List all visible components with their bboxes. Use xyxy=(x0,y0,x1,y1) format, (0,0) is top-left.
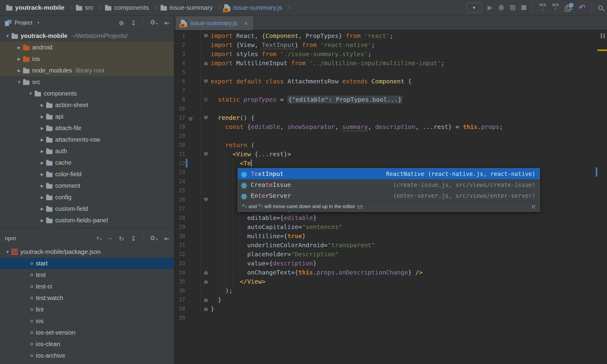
chevron-down-icon[interactable]: ▼ xyxy=(4,34,12,38)
tree-item-auth[interactable]: ▶auth xyxy=(0,145,174,157)
settings-gear-icon[interactable]: ⚙▾ xyxy=(150,235,158,242)
fold-closed-icon[interactable]: + xyxy=(204,98,208,102)
code-line-37[interactable]: 37 } xyxy=(175,295,607,304)
breadcrumb-item-issue-summary[interactable]: issue-summary xyxy=(161,4,213,11)
tree-item-color-field[interactable]: ▶color-field xyxy=(0,168,174,180)
override-method-icon[interactable]: ↑ xyxy=(189,115,194,120)
fold-open-icon[interactable] xyxy=(204,34,208,38)
chevron-down-icon[interactable]: ▼ xyxy=(27,91,35,96)
npm-root-item[interactable]: ▼youtrack-mobile/package.json xyxy=(0,246,174,258)
npm-panel-title[interactable]: npm xyxy=(5,235,16,242)
tree-item-youtrack-mobile[interactable]: ▼youtrack-mobile~/WebstormProjects/ xyxy=(0,30,174,42)
npm-script-lint[interactable]: lint xyxy=(0,304,174,315)
completion-item-EnterServer[interactable]: EnterServer(enter-server.js, src/views/e… xyxy=(238,190,540,201)
recent-changes-icon[interactable] xyxy=(565,4,572,12)
fold-end-icon[interactable] xyxy=(204,280,208,284)
project-panel-title[interactable]: Project xyxy=(15,19,32,26)
code-line-35[interactable]: 35 </View> xyxy=(175,277,607,286)
code-line-36[interactable]: 36 ); xyxy=(175,286,607,295)
fold-end-icon[interactable] xyxy=(204,271,208,275)
chevron-right-icon[interactable]: ▶ xyxy=(15,57,23,61)
tree-item-api[interactable]: ▶api xyxy=(0,111,174,122)
chevron-right-icon[interactable]: ▶ xyxy=(15,68,23,73)
tree-item-attach-file[interactable]: ▶attach-file xyxy=(0,122,174,134)
hide-panel-icon[interactable]: ⇤ xyxy=(164,20,170,26)
code-line-32[interactable]: 32 placeholder="Description" xyxy=(175,250,607,259)
tree-item-android[interactable]: ▶android xyxy=(0,42,174,53)
code-line-31[interactable]: 31 underlineColorAndroid="transparent" xyxy=(175,241,607,250)
code-line-30[interactable]: 30 multiline={true} xyxy=(175,231,607,241)
tree-item-custom-field[interactable]: ▶custom-field xyxy=(0,203,174,214)
chevron-down-icon[interactable]: ▼ xyxy=(4,250,12,254)
chevron-right-icon[interactable]: ▶ xyxy=(15,45,23,50)
tree-item-custom-fields-panel[interactable]: ▶custom-fields-panel xyxy=(0,214,174,226)
completion-item-CreateIssue[interactable]: CreateIssue(create-issue.js, src/views/c… xyxy=(238,179,540,190)
fold-open-icon[interactable] xyxy=(204,116,208,120)
code-line-33[interactable]: 33 value={description} xyxy=(175,259,607,268)
code-line-1[interactable]: 1import React, {Component, PropTypes} fr… xyxy=(175,31,607,40)
coverage-icon[interactable] xyxy=(510,5,515,10)
chevron-right-icon[interactable]: ▶ xyxy=(38,195,46,200)
vcs-commit-icon[interactable]: VCS ↑ xyxy=(552,3,559,12)
tree-item-ios[interactable]: ▶ios xyxy=(0,53,174,65)
chevron-right-icon[interactable]: ▶ xyxy=(38,207,46,211)
chevron-right-icon[interactable]: ▶ xyxy=(38,149,46,153)
breadcrumb-item-issue-summary.js[interactable]: JSissue-summary.js xyxy=(224,4,282,11)
chevron-down-icon[interactable]: ▾ xyxy=(37,21,39,25)
chevron-right-icon[interactable]: ▶ xyxy=(38,218,46,223)
run-icon[interactable]: ▶ xyxy=(487,4,493,11)
code-line-7[interactable]: 7 xyxy=(175,86,607,95)
editor-tab-issue-summary[interactable]: JS issue-summary.js × xyxy=(176,16,253,30)
npm-script-test-ci[interactable]: test-ci xyxy=(0,281,174,292)
tree-item-attachments-row[interactable]: ▶attachments-row xyxy=(0,134,174,145)
npm-script-ios-archive[interactable]: ios-archive xyxy=(0,350,174,361)
code-line-2[interactable]: 2import {View, TextInput} from 'react-na… xyxy=(175,40,607,49)
code-line-16[interactable]: 16 xyxy=(175,104,607,113)
code-line-3[interactable]: 3import styles from './issue-summary.sty… xyxy=(175,49,607,59)
completion-item-TextInput[interactable]: TextInputReactNative (react-native.js, r… xyxy=(238,168,540,179)
code-editor[interactable]: 1import React, {Component, PropTypes} fr… xyxy=(175,30,607,364)
chevron-right-icon[interactable]: ▶ xyxy=(38,160,46,165)
chevron-right-icon[interactable]: ▶ xyxy=(38,137,46,142)
code-line-5[interactable]: 5 xyxy=(175,68,607,77)
locate-icon[interactable]: ⊕ xyxy=(119,20,124,26)
tree-item-src[interactable]: ▼src xyxy=(0,76,174,88)
search-icon[interactable] xyxy=(598,5,603,10)
breadcrumb-item-src[interactable]: src xyxy=(76,4,93,11)
collapse-all-icon[interactable]: ↧ xyxy=(131,235,136,242)
tree-item-node_modules[interactable]: ▶node_moduleslibrary root xyxy=(0,65,174,76)
chevron-right-icon[interactable]: ▶ xyxy=(38,126,46,130)
run-config-dropdown[interactable]: ▼ xyxy=(467,3,481,12)
code-line-20[interactable]: 20 return ( xyxy=(175,140,607,150)
breadcrumb-item-components[interactable]: components xyxy=(105,4,149,11)
panel-splitter[interactable]: ····· xyxy=(0,228,174,231)
npm-script-start[interactable]: start xyxy=(0,258,174,269)
tree-item-action-sheet[interactable]: ▶action-sheet xyxy=(0,99,174,111)
fold-open-icon[interactable] xyxy=(204,79,208,83)
tree-item-comment[interactable]: ▶comment xyxy=(0,180,174,191)
stop-icon[interactable] xyxy=(521,5,526,10)
code-line-28[interactable]: 28 editable={editable} xyxy=(175,213,607,222)
npm-script-ios-set-version[interactable]: ios-set-version xyxy=(0,327,174,338)
code-line-29[interactable]: 29 autoCapitalize="sentences" xyxy=(175,222,607,231)
code-line-21[interactable]: 21 <View {...rest}> xyxy=(175,150,607,159)
chevron-right-icon[interactable]: ▶ xyxy=(38,172,46,177)
npm-script-test[interactable]: test xyxy=(0,269,174,281)
code-line-6[interactable]: 6export default class AttachmentsRow ext… xyxy=(175,77,607,86)
code-line-8[interactable]: 8+ static propTypes = {"editable": PropT… xyxy=(175,95,607,104)
code-line-38[interactable]: 38} xyxy=(175,304,607,313)
code-line-34[interactable]: 34 onChangeText={this.props.onDescriptio… xyxy=(175,268,607,277)
vcs-update-icon[interactable]: VCS ↓ xyxy=(539,3,546,12)
breadcrumb-item-youtrack-mobile[interactable]: youtrack-mobile xyxy=(6,4,64,11)
code-line-39[interactable]: 39 xyxy=(175,313,607,322)
chevron-down-icon[interactable]: ▼ xyxy=(15,80,23,84)
npm-script-test:watch[interactable]: test:watch xyxy=(0,292,174,304)
collapse-all-icon[interactable]: ↧ xyxy=(131,20,136,26)
chevron-right-icon[interactable]: ▶ xyxy=(38,184,46,188)
remove-icon[interactable]: − xyxy=(108,235,112,242)
code-line-18[interactable]: 18 const {editable, showSeparator, summa… xyxy=(175,122,607,131)
footer-more-link[interactable]: >> xyxy=(357,204,363,209)
settings-gear-icon[interactable]: ⚙▾ xyxy=(150,19,158,27)
analysis-paused-icon[interactable] xyxy=(601,33,605,38)
reload-icon[interactable]: ↻ xyxy=(119,235,124,242)
